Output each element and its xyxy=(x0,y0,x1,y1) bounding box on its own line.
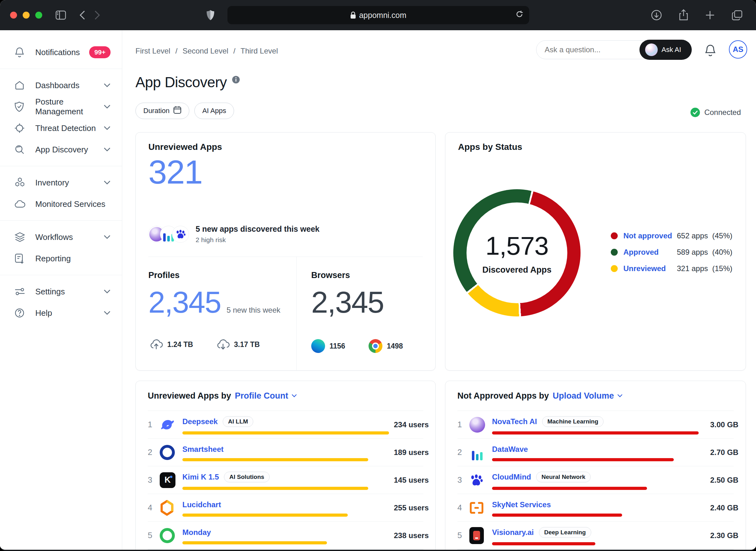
zoom-window-button[interactable] xyxy=(35,12,42,19)
rank: 2 xyxy=(148,447,160,457)
share-icon[interactable] xyxy=(679,9,689,21)
edge-browser-icon xyxy=(311,339,325,353)
toggle-sidebar-icon[interactable] xyxy=(55,10,66,20)
list-item-partial[interactable]: 6 Brainbox.ai Generative AI xyxy=(457,549,734,550)
browser-chrome: appomni.com xyxy=(0,0,756,30)
smartsheet-icon xyxy=(160,445,177,460)
list-item-visionary[interactable]: 5 Visionary.ai Deep Learning 2.30 GB xyxy=(457,522,734,549)
monday-icon xyxy=(160,528,177,543)
unreviewed-apps-card: Unreviewed Apps 321 5 new apps discovere… xyxy=(135,132,436,371)
sidebar-divider xyxy=(0,69,122,69)
breadcrumb-first-level[interactable]: First Level xyxy=(135,47,170,55)
list-item-partial[interactable]: 6 Salesforce xyxy=(148,549,423,550)
rank: 4 xyxy=(148,503,160,513)
upload-volume-stat: 1.24 TB xyxy=(149,339,193,350)
sidebar-item-workflows[interactable]: Workflows xyxy=(0,226,122,248)
list-item-datawave[interactable]: 2 DataWave 2.70 GB xyxy=(457,439,734,466)
app-link[interactable]: CloudMind xyxy=(492,473,531,481)
category-badge: Deep Learning xyxy=(539,527,591,538)
users-value: 255 users xyxy=(389,503,429,512)
sliders-icon xyxy=(14,287,27,296)
app-link[interactable]: Visionary.ai xyxy=(492,528,534,537)
users-value: 238 users xyxy=(389,531,429,540)
breadcrumb-second-level[interactable]: Second Level xyxy=(182,47,228,55)
not-approved-label[interactable]: Not approved xyxy=(624,231,676,240)
sidebar-item-reporting[interactable]: Reporting xyxy=(0,248,122,269)
list-item-lucidchart[interactable]: 4 Lucidchart 255 users xyxy=(148,494,423,522)
rank: 4 xyxy=(457,503,469,513)
downloads-icon[interactable] xyxy=(651,9,662,21)
rank: 1 xyxy=(457,420,469,430)
ai-orb-icon xyxy=(645,43,658,56)
sidebar-item-app-discovery[interactable]: App Discovery xyxy=(0,139,122,160)
unreviewed-label[interactable]: Unreviewed xyxy=(624,264,676,273)
tab-overview-icon[interactable] xyxy=(731,10,743,20)
upload-volume-sort-dropdown[interactable]: Upload Volume xyxy=(553,391,623,401)
sidebar-item-notifications[interactable]: Notifications 99+ xyxy=(0,42,122,63)
sidebar-item-settings[interactable]: Settings xyxy=(0,281,122,302)
ask-ai-button[interactable]: Ask AI xyxy=(640,40,692,60)
list-item-smartsheet[interactable]: 2 Smartsheet 189 users xyxy=(148,439,423,466)
breadcrumb-third-level[interactable]: Third Level xyxy=(241,47,278,55)
info-icon[interactable] xyxy=(232,76,240,85)
chevron-down-icon xyxy=(104,83,110,87)
chrome-browser-stat: 1498 xyxy=(369,339,403,353)
sidebar-item-label: Threat Detection xyxy=(35,123,104,133)
profile-count-sort-dropdown[interactable]: Profile Count xyxy=(235,391,297,401)
sidebar-item-help[interactable]: Help xyxy=(0,302,122,324)
app-link[interactable]: Deepseek xyxy=(182,417,218,426)
sidebar-item-posture-management[interactable]: Posture Management xyxy=(0,96,122,117)
apps-by-status-card: Apps by Status 1,573 Discovered Apps Not… xyxy=(445,132,746,371)
list-item-deepseek[interactable]: 1 Deepseek AI LLM 234 users xyxy=(148,411,423,439)
app-link[interactable]: DataWave xyxy=(492,445,528,454)
sidebar-item-inventory[interactable]: Inventory xyxy=(0,172,122,193)
sidebar-item-label: Dashboards xyxy=(35,81,104,90)
list-item-kimi[interactable]: 3 K Kimi K 1.5 AI Solutions 145 users xyxy=(148,466,423,494)
sidebar-item-dashboards[interactable]: Dashboards xyxy=(0,75,122,96)
connected-check-icon xyxy=(691,108,700,117)
address-bar[interactable]: appomni.com xyxy=(228,6,529,24)
list-item-cloudmind[interactable]: 3 CloudMind Neural Network 2.50 GB xyxy=(457,466,734,494)
download-volume-stat: 3.17 TB xyxy=(217,339,260,350)
help-icon xyxy=(14,308,27,318)
duration-filter-button[interactable]: Duration xyxy=(135,103,189,119)
privacy-shield-icon[interactable] xyxy=(206,10,215,20)
ai-apps-label: AI Apps xyxy=(202,107,226,115)
avatar-initials: AS xyxy=(733,45,743,54)
header-bell-icon[interactable] xyxy=(704,44,716,58)
high-risk-note: 2 high risk xyxy=(196,236,319,244)
usage-bar xyxy=(182,487,368,490)
app-link[interactable]: Smartsheet xyxy=(182,445,224,454)
close-window-button[interactable] xyxy=(10,12,17,19)
ai-apps-filter-button[interactable]: AI Apps xyxy=(195,103,234,119)
chevron-down-icon xyxy=(104,126,110,130)
app-link[interactable]: SkyNet Services xyxy=(492,500,551,509)
sidebar-item-monitored-services[interactable]: Monitored Services xyxy=(0,193,122,215)
app-link[interactable]: Monday xyxy=(182,528,211,537)
forward-button-icon[interactable] xyxy=(94,10,101,20)
list-item-novatech[interactable]: 1 NovaTech AI Machine Learning 3.00 GB xyxy=(457,411,734,439)
hexagons-icon xyxy=(14,177,27,188)
legend-row-unreviewed: Unreviewed 321 apps (15%) xyxy=(611,260,732,277)
chevron-down-icon xyxy=(291,394,297,398)
new-tab-icon[interactable] xyxy=(705,10,715,20)
profiles-section: Profiles 2,345 5 new this week 1.24 TB xyxy=(148,256,296,370)
avatar[interactable]: AS xyxy=(729,40,747,59)
minimize-window-button[interactable] xyxy=(23,12,30,19)
list-item-monday[interactable]: 5 Monday 238 users xyxy=(148,522,423,549)
back-button-icon[interactable] xyxy=(79,10,86,20)
chevron-down-icon xyxy=(104,180,110,185)
sidebar-item-label: Help xyxy=(35,308,104,318)
unreviewed-pct: (15%) xyxy=(708,264,732,273)
approved-label[interactable]: Approved xyxy=(624,248,676,256)
traffic-lights xyxy=(10,12,42,19)
app-link[interactable]: NovaTech AI xyxy=(492,417,537,426)
sidebar-item-label: Settings xyxy=(35,287,104,297)
list-item-skynet[interactable]: 4 SkyNet Services 2.40 GB xyxy=(457,494,734,522)
novatech-icon xyxy=(469,417,487,433)
app-link[interactable]: Kimi K 1.5 xyxy=(182,473,219,481)
sidebar-item-threat-detection[interactable]: Threat Detection xyxy=(0,117,122,139)
app-link[interactable]: Lucidchart xyxy=(182,500,221,509)
kimi-icon: K xyxy=(160,472,177,488)
reload-icon[interactable] xyxy=(515,10,523,20)
